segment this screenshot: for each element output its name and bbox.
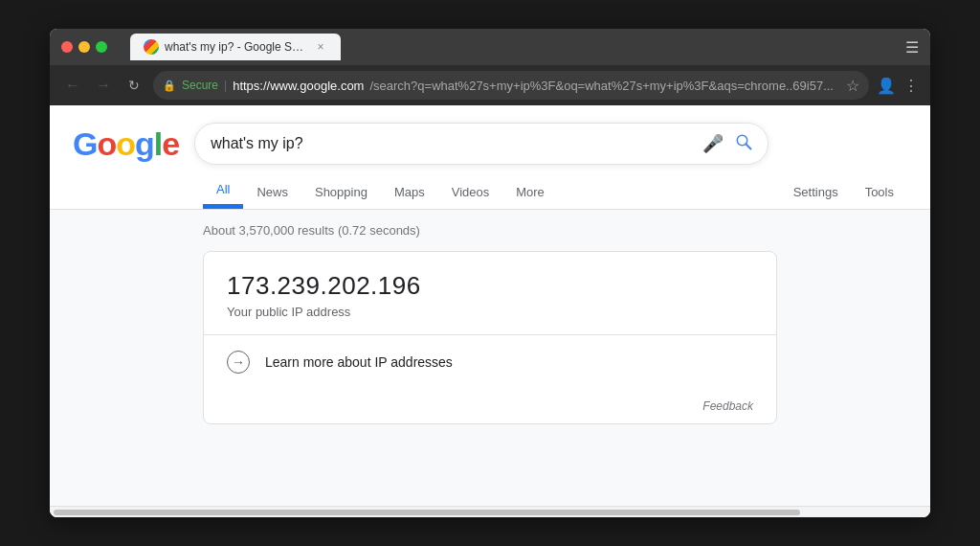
user-icon[interactable]: 👤 [877,77,896,95]
url-bar[interactable]: 🔒 Secure | https://www.google.com /searc… [153,71,869,100]
scrollbar-thumb[interactable] [54,510,800,515]
tab-maps[interactable]: Maps [381,175,438,209]
search-box[interactable]: 🎤 [194,123,768,165]
arrow-icon: → [227,351,250,374]
feedback-link[interactable]: Feedback [702,399,753,413]
maximize-button[interactable] [96,41,107,53]
tabs-nav: All News Shopping Maps Videos More Setti… [50,172,930,210]
logo-g1: G [73,125,97,163]
google-logo[interactable]: G o o g l e [73,125,179,163]
refresh-button[interactable]: ↻ [122,78,145,93]
window-controls: ☰ [905,38,919,57]
tab-all[interactable]: All [203,172,243,209]
secure-label: Secure [182,79,218,92]
svg-line-1 [746,144,750,148]
search-input[interactable] [211,135,691,152]
tab-shopping[interactable]: Shopping [301,175,381,209]
chrome-menu-icon[interactable]: ☰ [905,38,919,57]
browser-window: what's my ip? - Google Search × ☰ ← → ↻ … [50,29,930,517]
logo-o1: o [97,125,116,163]
ip-address: 173.239.202.196 [227,271,753,301]
results-area: About 3,570,000 results (0.72 seconds) 1… [50,210,930,506]
ip-link-text: Learn more about IP addresses [265,354,453,370]
microphone-icon[interactable]: 🎤 [702,133,724,154]
url-divider: | [224,79,227,92]
browser-tab[interactable]: what's my ip? - Google Search × [130,34,341,60]
tab-tools[interactable]: Tools [852,175,907,209]
ip-card: 173.239.202.196 Your public IP address →… [203,251,777,424]
google-header: G o o g l e 🎤 [50,105,930,165]
search-submit-icon[interactable] [735,133,752,155]
ip-link[interactable]: → Learn more about IP addresses [204,335,776,389]
tab-more[interactable]: More [502,175,558,209]
title-bar: what's my ip? - Google Search × ☰ [50,29,930,65]
back-button[interactable]: ← [61,77,84,94]
search-box-wrapper: 🎤 [194,123,768,165]
tab-videos[interactable]: Videos [438,175,503,209]
tab-close-button[interactable]: × [314,40,327,54]
ip-label: Your public IP address [227,305,753,319]
logo-e: e [162,125,179,163]
url-path: /search?q=what%27s+my+ip%3F&oq=what%27s+… [369,79,834,93]
logo-l: l [154,125,162,163]
tab-favicon [144,39,159,55]
tab-area: what's my ip? - Google Search × [130,34,898,60]
ip-feedback: Feedback [204,389,776,423]
results-count: About 3,570,000 results (0.72 seconds) [203,217,907,238]
more-icon[interactable]: ⋮ [903,77,919,95]
forward-button[interactable]: → [92,77,115,94]
tab-settings[interactable]: Settings [780,175,852,209]
lock-icon: 🔒 [163,80,176,92]
tabs-right: Settings Tools [780,175,907,209]
logo-o2: o [116,125,135,163]
minimize-button[interactable] [78,41,90,53]
url-domain: https://www.google.com [233,79,364,93]
bottom-scrollbar[interactable] [50,506,930,517]
logo-g2: g [135,125,154,163]
tab-title: what's my ip? - Google Search [165,40,308,54]
ip-main: 173.239.202.196 Your public IP address [204,252,776,335]
page-content: G o o g l e 🎤 [50,105,930,517]
tab-news[interactable]: News [243,175,301,209]
bookmark-icon[interactable]: ☆ [846,77,859,95]
address-bar: ← → ↻ 🔒 Secure | https://www.google.com … [50,65,930,105]
traffic-lights [61,41,107,53]
close-button[interactable] [61,41,73,53]
